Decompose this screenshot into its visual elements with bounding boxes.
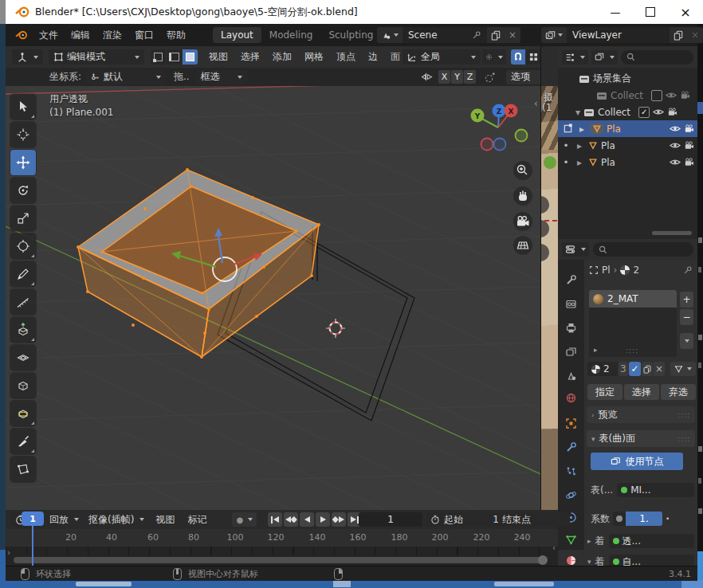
decorator-dot[interactable]: •: [666, 515, 670, 523]
collection-row-excluded[interactable]: Collect: [558, 87, 697, 104]
remove-viewlayer-icon[interactable]: ×: [687, 27, 703, 43]
vertex-select-button[interactable]: [151, 49, 166, 65]
coord-dropdown[interactable]: 默认: [86, 70, 166, 84]
scene-name-field[interactable]: Scene: [403, 27, 487, 43]
deselect-button[interactable]: 弃选: [661, 384, 696, 400]
slot-expand-icon[interactable]: ▸: [594, 346, 598, 354]
eye-icon[interactable]: [670, 124, 681, 133]
list-grip[interactable]: ::::: [626, 347, 638, 355]
navigation-gizmo[interactable]: Z X Y: [471, 104, 528, 151]
tool-rotate[interactable]: [10, 178, 36, 203]
timeline-expand-icon[interactable]: ›: [7, 548, 10, 557]
expand-arrow[interactable]: ▸: [574, 140, 585, 151]
camera-viewport-strip[interactable]: 摄 (1: [540, 46, 560, 510]
add-slot-button[interactable]: +: [680, 292, 693, 308]
mirror-y-button[interactable]: Y: [451, 70, 463, 84]
factor-value-field[interactable]: 1.: [626, 512, 662, 526]
current-frame-indicator[interactable]: 1: [22, 512, 44, 526]
next-keyframe-button[interactable]: [332, 512, 346, 527]
outliner-scrollbar[interactable]: [652, 231, 692, 235]
outliner-search-input[interactable]: [621, 50, 693, 65]
menu-render[interactable]: 渲染: [96, 29, 128, 42]
mode-dropdown[interactable]: 编辑模式: [49, 49, 144, 65]
material-specials-dropdown[interactable]: [670, 362, 696, 376]
tab-modifiers[interactable]: [558, 437, 584, 457]
expand-arrow[interactable]: ▸: [576, 123, 587, 135]
unlink-scene-icon[interactable]: ×: [505, 27, 520, 43]
fake-user-toggle[interactable]: ✓: [629, 362, 641, 376]
current-frame-field[interactable]: 1: [359, 512, 422, 527]
pan-button[interactable]: [513, 186, 532, 206]
camera-visibility-icon[interactable]: [684, 158, 694, 167]
object-row[interactable]: • ▸ Pla: [558, 154, 697, 171]
material-slot-list[interactable]: 2_MAT ▸ ::::: [589, 290, 677, 357]
eye-icon[interactable]: [670, 141, 681, 150]
breadcrumb-material[interactable]: 2: [633, 265, 639, 276]
minimize-button[interactable]: —: [598, 0, 633, 24]
menu-file[interactable]: 文件: [33, 29, 65, 42]
auto-key-toggle[interactable]: ●: [232, 512, 257, 527]
face-select-button[interactable]: [183, 49, 198, 65]
tool-bevel[interactable]: [10, 373, 36, 398]
object-row-active[interactable]: ▸ Pla: [558, 120, 697, 137]
timeline-ruler[interactable]: 20 40 60 80 100 120 140 160 180 200 220 …: [6, 529, 558, 547]
use-nodes-button[interactable]: 使用节点: [591, 453, 683, 470]
falloff-icon[interactable]: [481, 70, 499, 84]
tool-knife[interactable]: [10, 429, 36, 454]
menu-window[interactable]: 窗口: [128, 29, 160, 42]
tab-tool[interactable]: [558, 269, 584, 290]
tab-material[interactable]: [558, 550, 584, 566]
exclude-checkbox[interactable]: ✓: [638, 107, 650, 118]
camera-view-button[interactable]: [513, 212, 532, 231]
filter-dropdown[interactable]: [562, 50, 588, 65]
scene-type-icon[interactable]: [377, 27, 403, 43]
tab-scene[interactable]: [558, 365, 584, 386]
tool-annotate[interactable]: [10, 261, 36, 287]
properties-search-input[interactable]: [593, 242, 693, 257]
snap-toggle-button[interactable]: [511, 49, 525, 65]
camera-visibility-icon[interactable]: [667, 108, 677, 116]
slot-specials-button[interactable]: [680, 333, 693, 349]
tool-move[interactable]: [10, 150, 36, 175]
menu-mesh[interactable]: 网格: [298, 50, 330, 64]
assign-button[interactable]: 指定: [587, 384, 622, 400]
sidebar-collapse-icon[interactable]: ‹ ›: [534, 98, 540, 109]
select-button[interactable]: 选择: [624, 384, 659, 400]
blender-app-menu-icon[interactable]: [15, 30, 28, 40]
pin-icon[interactable]: [683, 265, 693, 275]
factor-input-socket[interactable]: [613, 512, 626, 526]
tab-object-data[interactable]: [558, 529, 584, 550]
tool-measure[interactable]: [10, 289, 36, 315]
menu-add[interactable]: 添加: [266, 50, 298, 64]
shader-1-dropdown[interactable]: 透...: [609, 534, 694, 548]
timeline-collapse-icon[interactable]: ‹: [552, 543, 556, 552]
users-count-button[interactable]: 3: [619, 362, 628, 376]
mirror-icon[interactable]: [418, 70, 434, 84]
orientation-dropdown[interactable]: 全局: [403, 49, 481, 65]
duplicate-scene-icon[interactable]: [487, 27, 505, 43]
tab-object[interactable]: [558, 413, 584, 433]
exclude-checkbox[interactable]: [651, 90, 662, 101]
menu-view[interactable]: 视图: [202, 50, 234, 64]
jump-to-start-button[interactable]: [268, 512, 282, 527]
surface-shader-dropdown[interactable]: MI...: [617, 483, 694, 497]
eye-icon[interactable]: [666, 91, 677, 100]
menu-select[interactable]: 选择: [234, 50, 266, 64]
breadcrumb-object[interactable]: Pl: [602, 265, 611, 276]
duplicate-viewlayer-icon[interactable]: [670, 27, 687, 43]
tool-loop-cut[interactable]: [10, 401, 36, 426]
select-mode-dropdown[interactable]: 框选: [196, 70, 247, 84]
tool-select-box[interactable]: [10, 94, 36, 120]
camera-visibility-icon[interactable]: [680, 91, 690, 100]
viewlayer-name-field[interactable]: ViewLayer: [567, 27, 670, 43]
camera-visibility-icon[interactable]: [684, 141, 694, 150]
prev-keyframe-button[interactable]: [284, 512, 298, 527]
tool-poly-build[interactable]: [10, 457, 36, 482]
editor-type-dropdown[interactable]: [12, 49, 43, 65]
menu-edit[interactable]: 编辑: [65, 29, 96, 42]
expand-arrow[interactable]: ▸: [587, 537, 591, 545]
pin-icon[interactable]: [472, 30, 481, 40]
timeline-scrollbar[interactable]: [14, 557, 546, 563]
menu-playback[interactable]: 回放: [45, 512, 84, 527]
expand-arrow[interactable]: ▸: [574, 157, 585, 168]
